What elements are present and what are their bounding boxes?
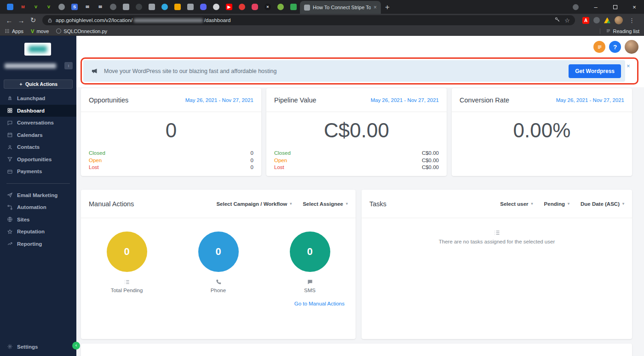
sms-stat: 0 SMS <box>264 232 356 293</box>
list-icon <box>124 279 130 285</box>
reload-icon[interactable]: ↻ <box>28 16 39 24</box>
tab-favicon: ✉ <box>97 4 104 10</box>
sidebar-item-payments[interactable]: Payments <box>0 165 76 178</box>
browser-tab[interactable] <box>132 0 145 13</box>
forward-icon[interactable]: → <box>16 17 27 24</box>
browser-tab[interactable] <box>171 0 184 13</box>
new-tab-button[interactable]: + <box>381 1 394 14</box>
go-to-manual-actions-link[interactable]: Go to Manual Actions <box>294 301 345 306</box>
sort-dropdown[interactable]: Due Date (ASC)▾ <box>581 201 624 207</box>
conversion-rate-card: Conversion Rate May 26, 2021 - Nov 27, 2… <box>452 88 632 176</box>
minimize-button[interactable]: – <box>586 0 605 14</box>
stat-row: Lost0 <box>89 164 253 171</box>
browser-titlebar: M V V S ✉ ✉ <box>0 0 644 14</box>
browser-tab[interactable]: S <box>68 0 81 13</box>
stat-row: ClosedC$0.00 <box>274 150 439 157</box>
apps-shortcut[interactable]: Apps <box>5 28 23 34</box>
select-user-dropdown[interactable]: Select user▾ <box>500 201 533 207</box>
tab-close-icon[interactable]: × <box>374 4 377 11</box>
browser-tab[interactable] <box>248 0 261 13</box>
browser-menu-icon[interactable]: ⋮ <box>627 17 637 24</box>
browser-tab[interactable] <box>55 0 68 13</box>
browser-tab[interactable] <box>210 0 223 13</box>
bookmark-sqlconnection[interactable]: SQLCOnnection.py <box>56 28 107 34</box>
banner-close-icon[interactable]: × <box>627 62 630 69</box>
date-range-picker[interactable]: May 26, 2021 - Nov 27, 2021 <box>371 97 439 103</box>
close-button[interactable]: × <box>625 0 644 14</box>
agency-logo <box>24 43 51 56</box>
help-button[interactable]: ? <box>609 41 621 53</box>
bookmark-move[interactable]: V move <box>31 28 49 34</box>
browser-tab[interactable] <box>287 0 300 13</box>
tab-strip: M V V S ✉ ✉ <box>0 0 573 14</box>
grid-icon <box>7 107 13 113</box>
tab-favicon <box>123 4 129 10</box>
sidebar-item-launchpad[interactable]: Launchpad <box>0 92 76 105</box>
sidebar-item-contacts[interactable]: Contacts <box>0 141 76 153</box>
card-title: Tasks <box>369 200 386 208</box>
sidebar-item-email-marketing[interactable]: Email Marketing <box>0 189 76 202</box>
chevron-down-icon: ▾ <box>622 202 624 206</box>
redacted-logo <box>29 46 47 52</box>
active-tab-title: How To Connect Stripe To Your A <box>313 5 371 10</box>
sidebar-item-opportunities[interactable]: Opportunities <box>0 153 76 166</box>
browser-tab[interactable]: V <box>42 0 55 13</box>
browser-tab[interactable] <box>4 0 17 13</box>
browser-tab[interactable] <box>120 0 132 13</box>
browser-tab[interactable]: M <box>17 0 29 13</box>
campaign-workflow-dropdown[interactable]: Select Campaign / Workflow▾ <box>216 201 292 207</box>
sidebar-item-reputation[interactable]: Reputation <box>0 226 76 238</box>
tab-favicon <box>58 4 65 10</box>
date-range-picker[interactable]: May 26, 2021 - Nov 27, 2021 <box>185 97 253 103</box>
location-switcher-button[interactable]: ↕ <box>64 62 73 69</box>
browser-tab[interactable] <box>158 0 171 13</box>
active-browser-tab[interactable]: How To Connect Stripe To Your A × <box>300 1 381 14</box>
feedback-button[interactable] <box>593 41 605 53</box>
sidebar-item-settings[interactable]: Settings <box>0 341 76 353</box>
adobe-extension-icon[interactable]: A <box>582 17 589 24</box>
url-text: app.gohighlevel.com/v2/location//dashboa… <box>56 17 230 23</box>
tab-favicon <box>239 4 245 10</box>
browser-profile-avatar[interactable] <box>615 16 623 24</box>
address-bar[interactable]: app.gohighlevel.com/v2/location//dashboa… <box>42 15 575 25</box>
browser-tab[interactable]: ▶ <box>223 0 236 13</box>
sidebar-item-dashboard[interactable]: Dashboard <box>0 105 76 117</box>
phone-icon <box>215 279 222 285</box>
get-wordpress-button[interactable]: Get Wordpress <box>569 64 621 78</box>
sidebar-item-conversations[interactable]: Conversations <box>0 117 76 129</box>
user-avatar[interactable] <box>625 40 638 54</box>
key-icon[interactable] <box>554 16 560 24</box>
browser-tab[interactable] <box>274 0 287 13</box>
stat-row: Open0 <box>89 157 253 164</box>
browser-tab[interactable]: ✉ <box>94 0 107 13</box>
date-range-picker[interactable]: May 26, 2021 - Nov 27, 2021 <box>556 97 624 103</box>
extension-icon[interactable] <box>593 17 600 23</box>
back-icon[interactable]: ← <box>4 17 15 24</box>
assignee-dropdown[interactable]: Select Assignee▾ <box>303 201 348 207</box>
browser-tab[interactable] <box>236 0 248 13</box>
titlebar-badge-icon[interactable] <box>573 4 579 10</box>
browser-tab[interactable] <box>184 0 197 13</box>
browser-tab[interactable] <box>145 0 158 13</box>
sidebar-item-automation[interactable]: Automation <box>0 201 76 214</box>
browser-tab[interactable] <box>107 0 120 13</box>
reading-list-button[interactable]: Reading list <box>600 28 639 34</box>
tab-favicon <box>290 4 297 10</box>
sidebar-item-sites[interactable]: Sites <box>0 214 76 226</box>
browser-tab[interactable]: V <box>29 0 42 13</box>
status-dropdown[interactable]: Pending▾ <box>544 201 569 207</box>
sidebar-collapse-button[interactable]: ‹ <box>72 342 80 350</box>
drive-extension-icon[interactable] <box>604 17 610 23</box>
pinned-tabs: M V V S ✉ ✉ <box>4 0 300 14</box>
browser-tab[interactable]: ✉ <box>81 0 94 13</box>
maximize-button[interactable] <box>605 0 625 14</box>
sidebar-item-calendars[interactable]: Calendars <box>0 129 76 141</box>
browser-tab[interactable] <box>197 0 210 13</box>
pipeline-value-card: Pipeline Value May 26, 2021 - Nov 27, 20… <box>266 88 447 176</box>
sidebar-item-reporting[interactable]: Reporting <box>0 238 76 250</box>
browser-tab[interactable]: × <box>261 0 274 13</box>
card-title: Pipeline Value <box>274 96 316 104</box>
screen: M V V S ✉ ✉ <box>0 0 644 356</box>
bookmark-star-icon[interactable]: ☆ <box>564 17 570 24</box>
quick-actions-button[interactable]: Quick Actions <box>4 79 73 89</box>
